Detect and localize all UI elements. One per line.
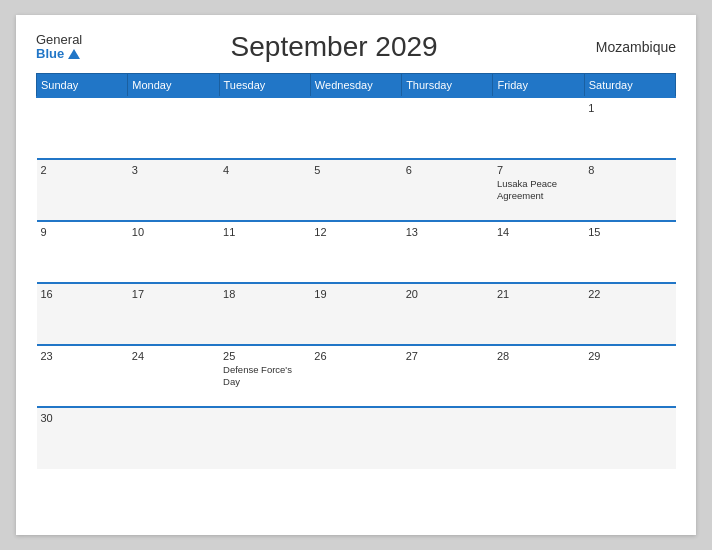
calendar-day-cell (402, 97, 493, 159)
calendar-day-cell (219, 407, 310, 469)
country-name: Mozambique (586, 39, 676, 55)
logo-general-text: General (36, 33, 82, 47)
day-number: 20 (406, 288, 489, 300)
weekday-header-saturday: Saturday (584, 74, 675, 98)
event-text: Lusaka Peace Agreement (497, 178, 580, 203)
calendar-day-cell: 24 (128, 345, 219, 407)
calendar-day-cell: 4 (219, 159, 310, 221)
day-number: 14 (497, 226, 580, 238)
day-number: 3 (132, 164, 215, 176)
day-number: 4 (223, 164, 306, 176)
calendar-table: SundayMondayTuesdayWednesdayThursdayFrid… (36, 73, 676, 469)
calendar-day-cell: 10 (128, 221, 219, 283)
calendar-day-cell: 30 (37, 407, 128, 469)
day-number: 28 (497, 350, 580, 362)
calendar-day-cell (37, 97, 128, 159)
day-number: 21 (497, 288, 580, 300)
day-number: 26 (314, 350, 397, 362)
day-number: 29 (588, 350, 671, 362)
calendar-day-cell (310, 407, 401, 469)
day-number: 7 (497, 164, 580, 176)
calendar-day-cell: 21 (493, 283, 584, 345)
calendar-day-cell: 5 (310, 159, 401, 221)
calendar-day-cell: 25Defense Force's Day (219, 345, 310, 407)
calendar-day-cell: 8 (584, 159, 675, 221)
weekday-header-wednesday: Wednesday (310, 74, 401, 98)
day-number: 19 (314, 288, 397, 300)
day-number: 5 (314, 164, 397, 176)
logo: General Blue (36, 33, 82, 62)
day-number: 6 (406, 164, 489, 176)
calendar-day-cell: 14 (493, 221, 584, 283)
calendar-day-cell: 3 (128, 159, 219, 221)
calendar-day-cell: 12 (310, 221, 401, 283)
calendar-week-row: 1 (37, 97, 676, 159)
calendar-container: General Blue September 2029 Mozambique S… (16, 15, 696, 535)
event-text: Defense Force's Day (223, 364, 306, 389)
calendar-day-cell (493, 97, 584, 159)
day-number: 27 (406, 350, 489, 362)
weekday-header-tuesday: Tuesday (219, 74, 310, 98)
calendar-day-cell: 28 (493, 345, 584, 407)
calendar-day-cell (310, 97, 401, 159)
calendar-day-cell: 29 (584, 345, 675, 407)
day-number: 9 (41, 226, 124, 238)
day-number: 15 (588, 226, 671, 238)
day-number: 17 (132, 288, 215, 300)
calendar-day-cell (584, 407, 675, 469)
day-number: 13 (406, 226, 489, 238)
day-number: 8 (588, 164, 671, 176)
weekday-header-row: SundayMondayTuesdayWednesdayThursdayFrid… (37, 74, 676, 98)
calendar-day-cell: 27 (402, 345, 493, 407)
calendar-week-row: 232425Defense Force's Day26272829 (37, 345, 676, 407)
day-number: 1 (588, 102, 671, 114)
day-number: 10 (132, 226, 215, 238)
calendar-day-cell: 16 (37, 283, 128, 345)
calendar-day-cell: 26 (310, 345, 401, 407)
day-number: 23 (41, 350, 124, 362)
logo-blue-text: Blue (36, 47, 80, 61)
calendar-title: September 2029 (82, 31, 586, 63)
calendar-day-cell: 23 (37, 345, 128, 407)
logo-triangle-icon (68, 49, 80, 59)
day-number: 24 (132, 350, 215, 362)
calendar-day-cell: 20 (402, 283, 493, 345)
day-number: 30 (41, 412, 124, 424)
calendar-day-cell: 18 (219, 283, 310, 345)
calendar-day-cell: 7Lusaka Peace Agreement (493, 159, 584, 221)
calendar-day-cell: 15 (584, 221, 675, 283)
calendar-day-cell: 17 (128, 283, 219, 345)
day-number: 25 (223, 350, 306, 362)
calendar-week-row: 9101112131415 (37, 221, 676, 283)
calendar-header: General Blue September 2029 Mozambique (36, 31, 676, 63)
weekday-header-friday: Friday (493, 74, 584, 98)
day-number: 22 (588, 288, 671, 300)
day-number: 16 (41, 288, 124, 300)
weekday-header-monday: Monday (128, 74, 219, 98)
calendar-week-row: 234567Lusaka Peace Agreement8 (37, 159, 676, 221)
day-number: 12 (314, 226, 397, 238)
calendar-day-cell (402, 407, 493, 469)
calendar-day-cell (128, 407, 219, 469)
calendar-day-cell: 1 (584, 97, 675, 159)
calendar-day-cell (219, 97, 310, 159)
calendar-day-cell: 2 (37, 159, 128, 221)
calendar-day-cell (493, 407, 584, 469)
calendar-day-cell: 9 (37, 221, 128, 283)
calendar-day-cell (128, 97, 219, 159)
day-number: 11 (223, 226, 306, 238)
calendar-day-cell: 13 (402, 221, 493, 283)
calendar-week-row: 16171819202122 (37, 283, 676, 345)
day-number: 2 (41, 164, 124, 176)
weekday-header-thursday: Thursday (402, 74, 493, 98)
weekday-header-sunday: Sunday (37, 74, 128, 98)
calendar-day-cell: 11 (219, 221, 310, 283)
calendar-day-cell: 6 (402, 159, 493, 221)
calendar-day-cell: 19 (310, 283, 401, 345)
calendar-week-row: 30 (37, 407, 676, 469)
calendar-day-cell: 22 (584, 283, 675, 345)
day-number: 18 (223, 288, 306, 300)
